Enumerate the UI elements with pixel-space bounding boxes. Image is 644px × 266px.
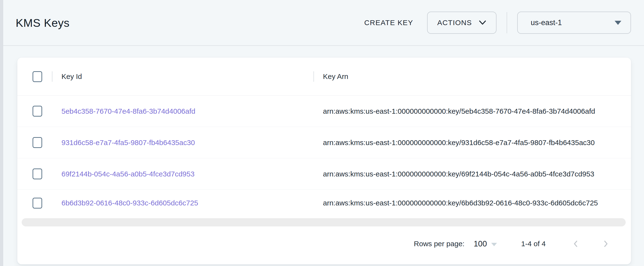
previous-page-button[interactable] [569, 237, 583, 251]
page-title: KMS Keys [16, 16, 70, 30]
header-checkbox-cell [17, 58, 52, 95]
row-checkbox[interactable] [32, 198, 42, 209]
next-page-button[interactable] [599, 237, 613, 251]
key-arn-text: arn:aws:kms:us-east-1:000000000000:key/9… [323, 139, 594, 147]
column-header-key-arn: Key Arn [323, 72, 348, 81]
page-header: KMS Keys CREATE KEY ACTIONS us-east-1 [0, 0, 644, 46]
pagination-bar: Rows per page: 100 1-4 of 4 [17, 226, 631, 264]
header-actions: CREATE KEY ACTIONS us-east-1 [356, 12, 631, 34]
actions-button[interactable]: ACTIONS [427, 12, 496, 34]
key-arn-text: arn:aws:kms:us-east-1:000000000000:key/5… [323, 107, 595, 115]
chevron-down-icon [479, 20, 486, 25]
chevron-left-icon [571, 239, 580, 248]
header-cell-key-id[interactable]: Key Id [52, 58, 313, 95]
rows-per-page-select[interactable]: 100 [474, 239, 497, 248]
key-id-link[interactable]: 931d6c58-e7a7-4fa5-9807-fb4b6435ac30 [62, 139, 195, 147]
region-select[interactable]: us-east-1 [517, 12, 631, 34]
chevron-right-icon [601, 239, 610, 248]
key-arn-text: arn:aws:kms:us-east-1:000000000000:key/6… [323, 199, 598, 207]
row-checkbox[interactable] [32, 106, 42, 116]
table-header-row: Key Id Key Arn [17, 58, 631, 96]
horizontal-scrollbar[interactable] [22, 218, 626, 226]
column-divider [52, 71, 52, 82]
header-divider [506, 12, 507, 33]
actions-button-label: ACTIONS [437, 19, 472, 27]
table-row: 5eb4c358-7670-47e4-8fa6-3b74d4006afd arn… [17, 96, 631, 127]
table-row: 6b6d3b92-0616-48c0-933c-6d605dc6c725 arn… [17, 190, 631, 216]
key-id-link[interactable]: 6b6d3b92-0616-48c0-933c-6d605dc6c725 [62, 199, 198, 207]
column-header-key-id: Key Id [62, 72, 82, 81]
row-checkbox[interactable] [32, 169, 42, 179]
column-divider [313, 71, 314, 82]
key-arn-text: arn:aws:kms:us-east-1:000000000000:key/6… [323, 170, 594, 178]
caret-down-icon [491, 243, 497, 246]
create-key-button[interactable]: CREATE KEY [356, 15, 422, 31]
key-id-link[interactable]: 69f2144b-054c-4a56-a0b5-4fce3d7cd953 [62, 170, 194, 178]
table-row: 69f2144b-054c-4a56-a0b5-4fce3d7cd953 arn… [17, 158, 631, 190]
region-select-value: us-east-1 [531, 18, 562, 27]
rows-per-page-label: Rows per page: [414, 240, 464, 248]
pagination-range: 1-4 of 4 [521, 240, 546, 248]
header-cell-key-arn[interactable]: Key Arn [313, 58, 631, 95]
key-id-link[interactable]: 5eb4c358-7670-47e4-8fa6-3b74d4006afd [62, 107, 195, 115]
caret-down-icon [614, 21, 621, 25]
sidebar-edge [0, 0, 3, 266]
row-checkbox[interactable] [32, 137, 42, 148]
rows-per-page-value: 100 [474, 239, 487, 248]
kms-keys-card: Key Id Key Arn 5eb4c358-7670-47e4-8fa6-3… [17, 58, 631, 264]
table-row: 931d6c58-e7a7-4fa5-9807-fb4b6435ac30 arn… [17, 127, 631, 158]
select-all-checkbox[interactable] [32, 71, 42, 82]
